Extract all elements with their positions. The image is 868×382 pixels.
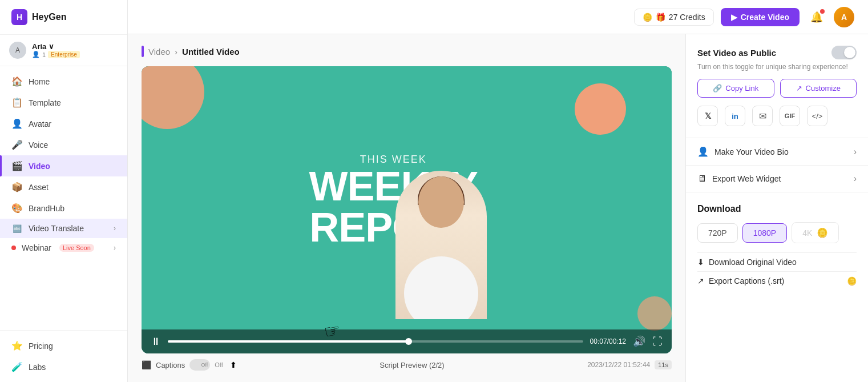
presenter-avatar bbox=[384, 159, 498, 319]
copy-link-label: Copy Link bbox=[725, 84, 758, 93]
export-captions-button[interactable]: ↗ Export Captions (.srt) 🪙 bbox=[697, 271, 857, 290]
captions-toggle[interactable] bbox=[189, 359, 210, 371]
sidebar-item-label: Home bbox=[29, 77, 50, 86]
sidebar-item-asset[interactable]: 📦 Asset bbox=[0, 176, 127, 198]
template-icon: 📋 bbox=[11, 97, 23, 108]
sidebar-item-label: Webinar bbox=[22, 243, 51, 252]
sidebar-item-label: Labs bbox=[29, 363, 46, 372]
captions-state: Off bbox=[215, 361, 223, 368]
create-video-label: Create Video bbox=[741, 13, 789, 22]
upload-button[interactable]: ⬆ bbox=[230, 360, 237, 369]
quality-720p-button[interactable]: 720P bbox=[697, 223, 738, 243]
customize-button[interactable]: ↗ Customize bbox=[780, 79, 857, 98]
export-web-widget-row[interactable]: 🖥 Export Web Widget › bbox=[686, 166, 868, 192]
sidebar-item-brandhub[interactable]: 🎨 BrandHub bbox=[0, 198, 127, 219]
sidebar-item-label: Video bbox=[29, 162, 50, 171]
progress-fill bbox=[168, 340, 409, 343]
export-captions-label: Export Captions (.srt) bbox=[709, 276, 784, 286]
copy-link-button[interactable]: 🔗 Copy Link bbox=[697, 79, 774, 98]
video-controls: ⏸ 00:07/00:12 🔊 ⛶ bbox=[142, 329, 672, 353]
sidebar-item-label: Asset bbox=[29, 183, 49, 192]
voice-icon: 🎤 bbox=[11, 139, 23, 150]
avatar-head bbox=[418, 176, 464, 228]
public-label: Set Video as Public bbox=[697, 48, 776, 58]
gif-icon[interactable]: GIF bbox=[780, 106, 800, 126]
download-original-button[interactable]: ⬇ Download Original Video bbox=[697, 252, 857, 271]
video-time: 00:07/00:12 bbox=[590, 337, 626, 345]
pricing-icon: ⭐ bbox=[11, 340, 23, 351]
video-timestamp: 2023/12/22 01:52:44 bbox=[587, 361, 650, 369]
sidebar-item-webinar[interactable]: Webinar Live Soon › bbox=[0, 238, 127, 258]
fullscreen-button[interactable]: ⛶ bbox=[652, 336, 663, 348]
notifications-button[interactable]: 🔔 bbox=[806, 7, 827, 27]
create-video-button[interactable]: ▶ Create Video bbox=[721, 8, 800, 26]
sidebar-item-video[interactable]: 🎬 Video bbox=[0, 155, 127, 176]
script-preview: Script Preview (2/2) bbox=[237, 361, 587, 369]
captions-label: Captions bbox=[156, 361, 185, 369]
quality-1080p-button[interactable]: 1080P bbox=[742, 223, 787, 243]
public-description: Turn on this toggle for unique sharing e… bbox=[697, 63, 857, 71]
embed-icon[interactable]: </> bbox=[807, 106, 827, 126]
customize-label: Customize bbox=[806, 84, 841, 93]
sidebar-bottom: ⭐ Pricing 🧪 Labs bbox=[0, 330, 127, 382]
workspace-avatar: A bbox=[9, 42, 26, 59]
brandhub-icon: 🎨 bbox=[11, 203, 23, 214]
page-body: Video › Untitled Video THIS WEEK WEEKLY … bbox=[128, 34, 868, 382]
progress-thumb bbox=[405, 338, 412, 345]
twitter-icon[interactable]: 𝕏 bbox=[697, 106, 718, 126]
sidebar-item-home[interactable]: 🏠 Home bbox=[0, 71, 127, 92]
create-video-icon: ▶ bbox=[731, 13, 737, 22]
labs-icon: 🧪 bbox=[11, 361, 23, 372]
video-metadata: 2023/12/22 01:52:44 11s bbox=[587, 360, 672, 369]
sidebar-item-label: Pricing bbox=[29, 341, 53, 351]
linkedin-icon[interactable]: in bbox=[725, 106, 745, 126]
workspace-meta: 👤 1 Enterprise bbox=[32, 51, 118, 58]
breadcrumb-separator: › bbox=[175, 47, 177, 57]
avatar-silhouette bbox=[395, 171, 487, 319]
user-avatar[interactable]: A bbox=[834, 7, 854, 27]
volume-button[interactable]: 🔊 bbox=[633, 335, 645, 348]
workspace-section[interactable]: A Aria ∨ 👤 1 Enterprise bbox=[0, 35, 127, 66]
sidebar-item-video-translate[interactable]: 🔤 Video Translate › bbox=[0, 219, 127, 238]
public-toggle[interactable] bbox=[831, 46, 857, 59]
breadcrumb-parent[interactable]: Video bbox=[148, 47, 170, 57]
time-current: 00:07 bbox=[590, 337, 607, 345]
email-icon[interactable]: ✉ bbox=[752, 106, 773, 126]
sidebar-item-voice[interactable]: 🎤 Voice bbox=[0, 134, 127, 155]
chevron-right-icon: › bbox=[114, 244, 116, 252]
right-panel: Set Video as Public Turn on this toggle … bbox=[685, 34, 868, 382]
sharing-section: Set Video as Public Turn on this toggle … bbox=[686, 34, 868, 138]
header: 🪙 🎁 27 Credits ▶ Create Video 🔔 A bbox=[128, 0, 868, 34]
make-video-bio-row[interactable]: 👤 Make Your Video Bio › bbox=[686, 138, 868, 166]
pause-button[interactable]: ⏸ bbox=[151, 336, 161, 348]
workspace-info: Aria ∨ 👤 1 Enterprise bbox=[32, 42, 118, 58]
breadcrumb-current: Untitled Video bbox=[182, 47, 240, 57]
share-buttons: 🔗 Copy Link ↗ Customize bbox=[697, 79, 857, 98]
logo-icon: H bbox=[11, 9, 27, 25]
video-icon: 🎬 bbox=[11, 160, 23, 171]
video-progress-bar[interactable] bbox=[168, 340, 583, 343]
quality-4k-button[interactable]: 4K 🪙 bbox=[792, 222, 839, 243]
chevron-right-icon: › bbox=[854, 147, 857, 157]
download-icon: ⬇ bbox=[697, 258, 704, 267]
time-total: 00:12 bbox=[609, 337, 626, 345]
credits-button[interactable]: 🪙 🎁 27 Credits bbox=[634, 9, 714, 26]
sidebar-item-label: Template bbox=[29, 98, 61, 107]
video-player[interactable]: THIS WEEK WEEKLY REPORT ☞ ⏸ bbox=[142, 66, 672, 353]
sidebar-item-pricing[interactable]: ⭐ Pricing bbox=[0, 335, 127, 356]
download-original-label: Download Original Video bbox=[709, 258, 797, 267]
avatar-body bbox=[404, 256, 478, 319]
workspace-name: Aria ∨ bbox=[32, 42, 118, 51]
video-bottom-bar: ⬛ Captions Off ⬆ Script Preview (2/2) 20… bbox=[142, 353, 672, 371]
live-soon-badge: Live Soon bbox=[59, 244, 94, 252]
chevron-right-icon: › bbox=[854, 174, 857, 184]
sidebar-item-labs[interactable]: 🧪 Labs bbox=[0, 356, 127, 377]
sidebar-item-label: Avatar bbox=[29, 119, 51, 128]
video-section: Video › Untitled Video THIS WEEK WEEKLY … bbox=[128, 34, 685, 382]
sidebar-item-template[interactable]: 📋 Template bbox=[0, 92, 127, 113]
duration-badge: 11s bbox=[655, 360, 672, 369]
export-captions-icon: ↗ bbox=[697, 276, 704, 286]
sidebar-item-avatar[interactable]: 👤 Avatar bbox=[0, 113, 127, 134]
quality-options: 720P 1080P 4K 🪙 bbox=[697, 222, 857, 243]
decorative-circle-topright bbox=[575, 83, 626, 135]
